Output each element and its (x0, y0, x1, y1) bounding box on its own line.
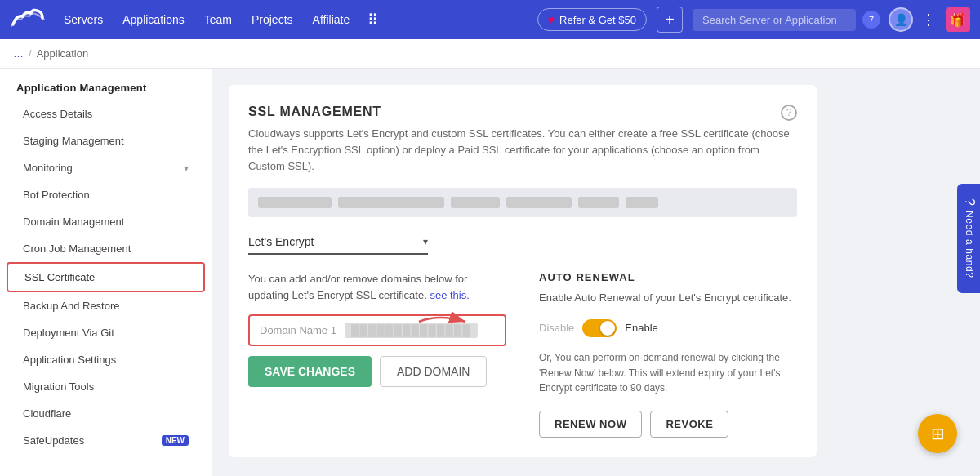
domain-input-label: Domain Name 1 (260, 324, 336, 336)
breadcrumb-app: Application (37, 47, 89, 60)
content-area: ? SSL MANAGEMENT Cloudways supports Let'… (212, 69, 980, 476)
need-help-label: Need a hand? (964, 211, 975, 278)
auto-renewal-title: AUTO RENEWAL (539, 271, 797, 283)
domain-description: You can add and/or remove domains below … (248, 271, 506, 303)
see-this-link[interactable]: see this. (430, 289, 469, 301)
gift-icon[interactable]: 🎁 (946, 7, 970, 32)
toggle-row: Disable Enable (539, 319, 797, 337)
auto-renewal-toggle[interactable] (582, 319, 617, 337)
nav-projects[interactable]: Projects (243, 8, 301, 31)
ssl-type-dropdown[interactable]: Let's Encrypt ▾ (248, 230, 428, 255)
nav-applications[interactable]: Applications (114, 8, 193, 31)
sidebar-item-cron-job-management[interactable]: Cron Job Management (7, 235, 205, 262)
sidebar-item-cloudflare[interactable]: Cloudflare (7, 400, 205, 427)
sidebar-item-deployment-via-git[interactable]: Deployment Via Git (7, 319, 205, 346)
avatar[interactable]: 👤 (889, 7, 913, 32)
nav-affiliate[interactable]: Affiliate (305, 8, 359, 31)
toggle-knob (600, 321, 615, 336)
ondemand-description: Or, You can perform on-demand renewal by… (539, 350, 797, 396)
notification-badge[interactable]: 7 (862, 11, 880, 29)
nav-team[interactable]: Team (196, 8, 240, 31)
grid-icon[interactable]: ⠿ (361, 6, 385, 33)
sidebar-item-safeupdates[interactable]: SafeUpdates NEW (7, 427, 205, 454)
add-button[interactable]: + (657, 7, 683, 33)
add-domain-button[interactable]: ADD DOMAIN (380, 356, 487, 387)
sidebar-item-migration-tools[interactable]: Migration Tools (7, 373, 205, 400)
save-changes-button[interactable]: SAVE CHANGES (248, 356, 372, 387)
chevron-down-icon: ▾ (184, 162, 189, 174)
domain-input-box[interactable]: Domain Name 1 ██████████████ (248, 314, 506, 346)
ssl-dropdown-label: Let's Encrypt (248, 235, 314, 248)
more-options-icon[interactable]: ⋮ (918, 11, 939, 29)
question-icon: ? (962, 198, 977, 206)
renewal-buttons: RENEW NOW REVOKE (539, 411, 797, 438)
grid-icon: ⊞ (931, 424, 945, 443)
sidebar-item-staging-management[interactable]: Staging Management (7, 127, 205, 154)
sidebar-item-bot-protection[interactable]: Bot Protection (7, 181, 205, 208)
ssl-management-panel: ? SSL MANAGEMENT Cloudways supports Let'… (229, 85, 817, 457)
help-icon[interactable]: ? (781, 105, 797, 121)
breadcrumb-home[interactable]: … (13, 47, 24, 60)
sidebar-item-ssl-certificate[interactable]: SSL Certificate (7, 262, 205, 292)
blurred-info-row (248, 188, 797, 217)
sidebar-item-application-settings[interactable]: Application Settings (7, 346, 205, 373)
top-navigation: Servers Applications Team Projects Affil… (0, 0, 980, 39)
nav-servers[interactable]: Servers (56, 8, 111, 31)
need-help-panel[interactable]: ? Need a hand? (957, 183, 980, 292)
breadcrumb: … / Application (0, 39, 980, 69)
action-buttons: SAVE CHANGES ADD DOMAIN (248, 356, 506, 387)
auto-renewal-description: Enable Auto Renewal of your Let's Encryp… (539, 290, 797, 306)
renew-now-button[interactable]: RENEW NOW (539, 411, 642, 438)
heart-icon: ♥ (548, 13, 555, 26)
domain-input-value: ██████████████ (345, 323, 478, 338)
revoke-button[interactable]: REVOKE (650, 411, 728, 438)
fab-button[interactable]: ⊞ (918, 414, 957, 453)
sidebar-item-monitoring[interactable]: Monitoring ▾ (7, 154, 205, 181)
search-input[interactable] (693, 9, 856, 31)
new-badge: NEW (162, 435, 189, 446)
sidebar-item-domain-management[interactable]: Domain Management (7, 208, 205, 235)
refer-button[interactable]: ♥ Refer & Get $50 (537, 8, 647, 31)
right-column: AUTO RENEWAL Enable Auto Renewal of your… (539, 271, 797, 437)
sidebar-item-backup-and-restore[interactable]: Backup And Restore (7, 292, 205, 319)
panel-description: Cloudways supports Let's Encrypt and cus… (248, 126, 797, 175)
chevron-down-icon: ▾ (423, 236, 428, 247)
sidebar-item-access-details[interactable]: Access Details (7, 100, 205, 127)
toggle-enable-label: Enable (625, 322, 657, 334)
sidebar: Application Management Access Details St… (0, 69, 212, 476)
toggle-disable-label: Disable (539, 322, 574, 334)
sidebar-section-title: Application Management (0, 82, 212, 100)
left-column: You can add and/or remove domains below … (248, 271, 506, 437)
panel-title: SSL MANAGEMENT (248, 105, 797, 119)
logo[interactable] (10, 8, 46, 31)
